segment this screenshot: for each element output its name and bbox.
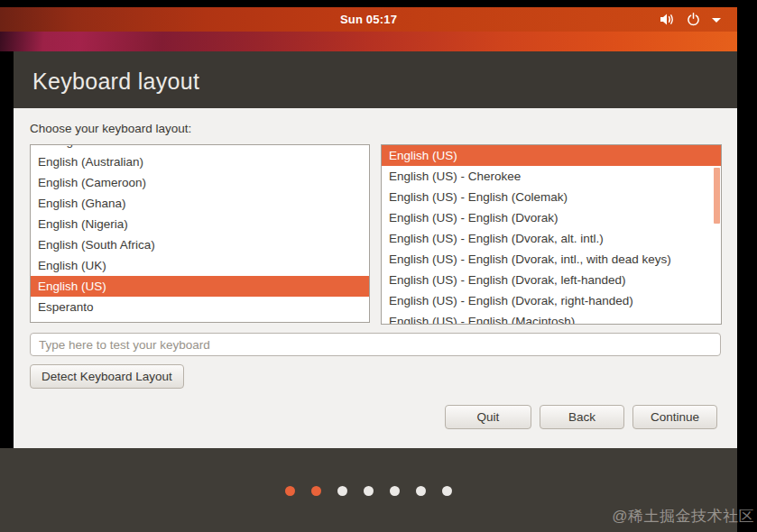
variant-list-item[interactable]: English (US) - English (Dvorak, right-ha… <box>382 290 721 311</box>
volume-icon[interactable] <box>660 13 675 26</box>
progress-dot <box>364 486 374 496</box>
layout-list-item[interactable]: English (Ghana) <box>31 193 369 214</box>
watermark-text: @稀土掘金技术社区 <box>612 506 754 527</box>
detect-keyboard-layout-button[interactable]: Detect Keyboard Layout <box>30 364 184 389</box>
progress-dot <box>390 486 400 496</box>
variant-list-item[interactable]: English (US) - English (Macintosh) <box>382 311 721 325</box>
back-button[interactable]: Back <box>540 405 624 429</box>
layout-list-item[interactable]: English (Australian) <box>31 151 369 172</box>
progress-dot <box>337 486 347 496</box>
continue-button[interactable]: Continue <box>632 405 717 429</box>
variant-list-item[interactable]: English (US) - English (Dvorak, left-han… <box>382 270 721 290</box>
progress-dots <box>0 486 737 496</box>
installer-content: Choose your keyboard layout: DzongkhaEng… <box>14 108 737 448</box>
layout-list-item[interactable]: Esperanto <box>31 297 369 317</box>
quit-button[interactable]: Quit <box>445 405 531 429</box>
layout-list-item[interactable]: English (US) <box>31 276 369 297</box>
power-icon[interactable] <box>687 13 700 26</box>
top-panel: Sun 05:17 <box>0 7 737 32</box>
desktop: Sun 05:17 Keyboard layout Choose <box>0 0 757 532</box>
panel-clock: Sun 05:17 <box>0 7 737 32</box>
variant-list-item[interactable]: English (US) - Cherokee <box>382 166 721 187</box>
layout-list-item[interactable]: English (South Africa) <box>31 234 369 255</box>
layout-list-item[interactable]: English (Nigeria) <box>31 214 369 234</box>
progress-dot <box>442 486 452 496</box>
layout-list-item[interactable]: English (Cameroon) <box>31 172 369 193</box>
choose-layout-label: Choose your keyboard layout: <box>30 122 191 135</box>
variant-list-scrollbar-thumb[interactable] <box>714 168 720 224</box>
variant-list-item[interactable]: English (US) - English (Dvorak, intl., w… <box>382 249 721 270</box>
desktop-wallpaper-strip <box>0 32 737 51</box>
keyboard-variant-list[interactable]: English (US)English (US) - CherokeeEngli… <box>381 144 722 325</box>
layout-list-item[interactable]: English (UK) <box>31 255 369 276</box>
page-title: Keyboard layout <box>32 51 199 108</box>
variant-list-item[interactable]: English (US) - English (Dvorak) <box>382 207 721 228</box>
variant-list-item[interactable]: English (US) - English (Dvorak, alt. int… <box>382 228 721 249</box>
progress-dot <box>311 486 321 496</box>
layout-list-item[interactable]: Dzongkha <box>31 144 369 151</box>
keyboard-test-input[interactable] <box>30 333 721 356</box>
installer-header: Keyboard layout <box>14 51 737 108</box>
variant-list-item[interactable]: English (US) - English (Colemak) <box>382 187 721 207</box>
panel-indicators <box>660 7 721 32</box>
progress-dot <box>416 486 426 496</box>
progress-dot <box>285 486 295 496</box>
variant-list-item[interactable]: English (US) <box>382 145 721 166</box>
keyboard-layout-list[interactable]: DzongkhaEnglish (Australian)English (Cam… <box>30 144 370 323</box>
chevron-down-icon[interactable] <box>712 18 721 23</box>
